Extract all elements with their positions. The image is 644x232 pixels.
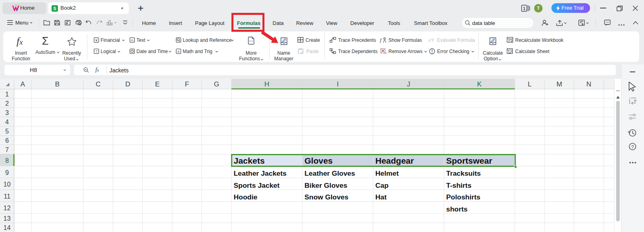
svg-text:1: 1 [5, 91, 9, 98]
svg-text:Cap: Cap [376, 181, 389, 189]
svg-text:Jackets: Jackets [234, 156, 265, 165]
svg-text:C: C [96, 80, 101, 88]
svg-text:5: 5 [5, 128, 9, 135]
svg-text:Snow Gloves: Snow Gloves [305, 193, 349, 201]
svg-text:F: F [185, 80, 189, 88]
svg-text:D: D [125, 80, 130, 88]
svg-text:Sportswear: Sportswear [446, 156, 492, 165]
svg-text:L: L [528, 80, 531, 88]
svg-text:T-shirts: T-shirts [446, 181, 472, 189]
svg-text:Biker Gloves: Biker Gloves [305, 181, 347, 189]
svg-text:Hat: Hat [376, 193, 387, 201]
svg-text:J: J [407, 80, 411, 88]
svg-text:B: B [55, 80, 60, 88]
svg-text:13: 13 [4, 215, 11, 222]
svg-text:12: 12 [4, 205, 11, 211]
svg-text:Tracksuits: Tracksuits [446, 169, 481, 177]
svg-text:9: 9 [5, 169, 9, 176]
svg-text:Sports Jacket: Sports Jacket [234, 181, 280, 189]
svg-text:G: G [214, 80, 219, 88]
svg-text:K: K [477, 80, 482, 88]
svg-text:I: I [337, 80, 339, 88]
svg-text:2: 2 [5, 100, 9, 107]
svg-text:?: ? [631, 144, 634, 150]
svg-text:shorts: shorts [446, 205, 468, 213]
svg-text:3: 3 [5, 109, 9, 116]
svg-text:M: M [556, 80, 562, 88]
svg-text:14: 14 [4, 224, 11, 231]
svg-text:Hoodie: Hoodie [234, 193, 258, 201]
svg-text:Headgear: Headgear [376, 156, 414, 165]
svg-text:N: N [586, 80, 591, 88]
svg-text:Leather Gloves: Leather Gloves [305, 169, 355, 177]
svg-text:7: 7 [5, 146, 9, 153]
svg-text:A: A [21, 80, 25, 88]
svg-text:Poloshirts: Poloshirts [446, 193, 481, 201]
svg-text:6: 6 [5, 137, 9, 144]
svg-text:E: E [155, 80, 159, 88]
svg-text:Helmet: Helmet [376, 169, 399, 177]
svg-text:8: 8 [5, 157, 9, 164]
svg-text:4: 4 [5, 119, 9, 125]
svg-text:11: 11 [4, 193, 10, 200]
svg-text:H: H [264, 80, 269, 88]
svg-text:Gloves: Gloves [305, 156, 333, 165]
svg-text:Leather Jackets: Leather Jackets [234, 169, 287, 177]
svg-text:10: 10 [4, 181, 11, 188]
